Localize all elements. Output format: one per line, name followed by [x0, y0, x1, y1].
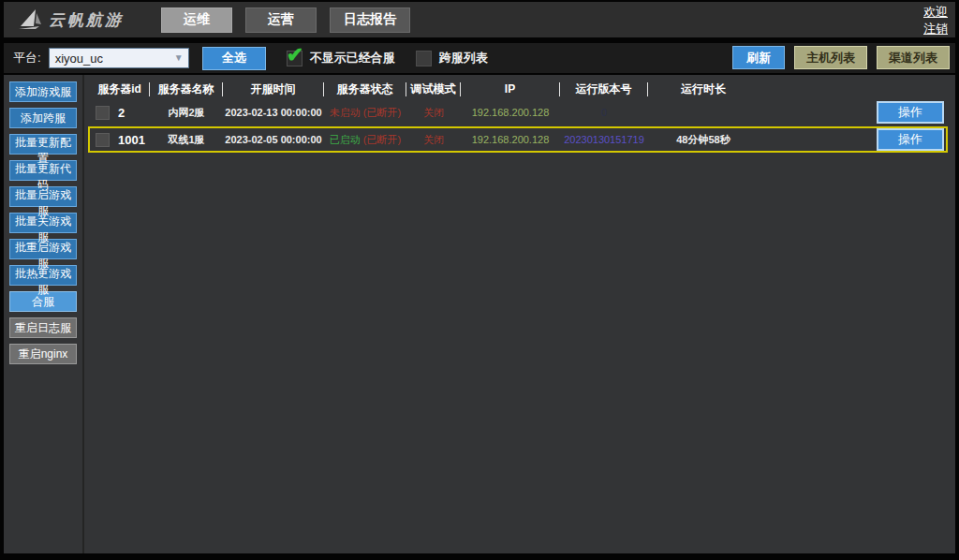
run-version: 20230130151719	[560, 134, 648, 145]
server-status-main: 已启动	[330, 134, 361, 145]
row-checkbox[interactable]	[96, 106, 110, 120]
tab-2[interactable]: 日志报告	[330, 7, 410, 33]
sidebar-button-8[interactable]: 合服	[9, 291, 77, 312]
debug-mode: 关闭	[406, 106, 461, 120]
open-time: 2023-02-05 00:00:00	[223, 134, 324, 145]
column-header-4: 调试模式	[406, 82, 461, 96]
run-version: 0	[560, 107, 648, 118]
app-logo: 云帆航游	[17, 7, 124, 32]
tab-0[interactable]: 运维	[161, 7, 232, 33]
refresh-button[interactable]: 刷新	[732, 46, 785, 69]
main-area: 添加游戏服添加跨服批量更新配置批量更新代码批量启游戏服批量关游戏服批重启游戏服批…	[4, 75, 955, 553]
toolbar-right: 刷新 主机列表 渠道列表	[732, 46, 950, 69]
check-icon: ✔	[287, 43, 303, 67]
table-row[interactable]: 2 内网2服 2023-02-13 00:00:00 未启动 (已断开) 关闭 …	[88, 99, 948, 125]
hide-merged-label: 不显示已经合服	[310, 50, 395, 66]
sidebar-button-5[interactable]: 批量关游戏服	[9, 213, 77, 233]
server-status-suffix: (已断开)	[363, 107, 401, 118]
select-all-button[interactable]: 全选	[202, 47, 266, 70]
server-status-suffix: (已断开)	[363, 134, 401, 145]
sidebar-button-1[interactable]: 添加跨服	[9, 108, 77, 128]
debug-mode: 关闭	[406, 133, 461, 147]
column-header-2: 开服时间	[223, 82, 324, 96]
sidebar: 添加游戏服添加跨服批量更新配置批量更新代码批量启游戏服批量关游戏服批重启游戏服批…	[4, 75, 84, 553]
server-id: 2	[118, 106, 125, 120]
server-status: 已启动 (已断开)	[324, 133, 406, 147]
server-status: 未启动 (已断开)	[324, 106, 406, 120]
sidebar-button-4[interactable]: 批量启游戏服	[9, 186, 77, 207]
column-header-0: 服务器id	[90, 82, 150, 96]
column-header-7: 运行时长	[648, 82, 759, 96]
sailboat-logo-icon	[17, 7, 45, 32]
top-links: 欢迎 注销	[923, 4, 948, 37]
sidebar-button-7[interactable]: 批热更游戏服	[9, 265, 77, 286]
operate-button[interactable]: 操作	[877, 128, 944, 151]
top-bar: 云帆航游 运维运营日志报告 欢迎 注销	[4, 2, 955, 37]
platform-select[interactable]: xiyou_uc ▼	[49, 48, 189, 68]
server-table: 服务器id服务器名称开服时间服务器状态调试模式IP运行版本号运行时长 2 内网2…	[84, 75, 955, 553]
nav-tabs: 运维运营日志报告	[161, 7, 410, 33]
host-list-button[interactable]: 主机列表	[794, 46, 867, 69]
row-checkbox[interactable]	[96, 133, 110, 147]
platform-select-value: xiyou_uc	[55, 52, 103, 66]
chevron-down-icon: ▼	[174, 52, 184, 63]
sidebar-button-2[interactable]: 批量更新配置	[9, 134, 77, 155]
server-ip: 192.168.200.128	[461, 107, 560, 118]
column-header-5: IP	[461, 82, 560, 96]
platform-label: 平台:	[13, 50, 41, 66]
open-time: 2023-02-13 00:00:00	[223, 107, 324, 118]
cross-server-label: 跨服列表	[439, 50, 488, 66]
server-ip: 192.168.200.128	[461, 134, 560, 145]
operate-button[interactable]: 操作	[877, 101, 944, 124]
sidebar-button-10[interactable]: 重启nginx	[9, 344, 77, 364]
id-cell: 1001	[90, 133, 150, 147]
sidebar-button-0[interactable]: 添加游戏服	[9, 81, 77, 102]
channel-list-button[interactable]: 渠道列表	[877, 46, 950, 69]
server-name: 双线1服	[150, 133, 223, 147]
column-header-6: 运行版本号	[560, 82, 648, 96]
toolbar: 平台: xiyou_uc ▼ 全选 ✔ 不显示已经合服 跨服列表 刷新 主机列表…	[4, 43, 955, 73]
server-status-main: 未启动	[330, 107, 361, 118]
tab-1[interactable]: 运营	[245, 7, 317, 33]
hide-merged-group: ✔ 不显示已经合服	[287, 50, 395, 66]
logo-text: 云帆航游	[49, 9, 124, 31]
server-id: 1001	[118, 133, 145, 147]
sidebar-button-3[interactable]: 批量更新代码	[9, 160, 77, 181]
run-duration: 48分钟58秒	[648, 133, 759, 147]
table-row[interactable]: 1001 双线1服 2023-02-05 00:00:00 已启动 (已断开) …	[88, 126, 948, 153]
logout-link[interactable]: 注销	[923, 21, 948, 37]
sidebar-button-9[interactable]: 重启日志服	[9, 317, 77, 338]
cross-server-group: 跨服列表	[416, 50, 488, 66]
column-header-3: 服务器状态	[324, 82, 406, 96]
server-name: 内网2服	[150, 106, 223, 120]
table-body: 2 内网2服 2023-02-13 00:00:00 未启动 (已断开) 关闭 …	[84, 99, 955, 153]
sidebar-button-6[interactable]: 批重启游戏服	[9, 239, 77, 259]
welcome-link[interactable]: 欢迎	[923, 4, 948, 21]
cross-server-checkbox[interactable]	[416, 51, 432, 66]
hide-merged-checkbox[interactable]: ✔	[287, 51, 302, 66]
table-header-row: 服务器id服务器名称开服时间服务器状态调试模式IP运行版本号运行时长	[84, 79, 955, 99]
app-window: 云帆航游 运维运营日志报告 欢迎 注销 平台: xiyou_uc ▼ 全选 ✔ …	[4, 2, 955, 553]
id-cell: 2	[90, 106, 150, 120]
column-header-1: 服务器名称	[150, 82, 223, 96]
